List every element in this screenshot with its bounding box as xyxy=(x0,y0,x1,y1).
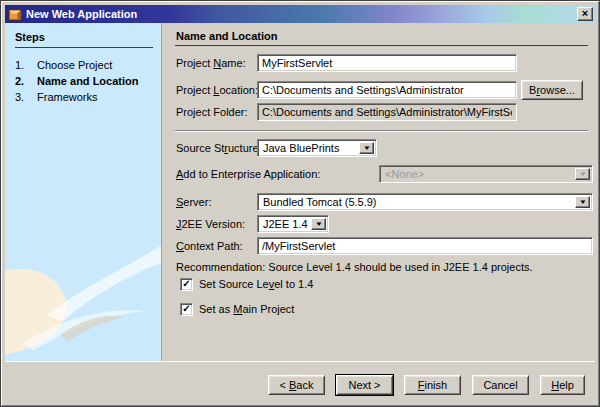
recommendation-text: Recommendation: Source Level 1.4 should … xyxy=(176,261,533,273)
checkbox-set-source-level[interactable]: ✓ Set Source Level to 1.4 xyxy=(180,277,313,291)
next-button[interactable]: Next > xyxy=(336,375,393,395)
panel-heading: Name and Location xyxy=(176,30,277,42)
chevron-down-icon: ▼ xyxy=(575,168,590,180)
source-structure-label: Source Structure: xyxy=(176,139,262,157)
chevron-down-icon[interactable]: ▼ xyxy=(575,196,590,208)
checkbox-box: ✓ xyxy=(180,303,193,316)
heading-rule xyxy=(175,45,588,46)
source-structure-combo[interactable]: Java BluePrints ▼ xyxy=(257,139,377,157)
new-web-application-dialog: New Web Application × Steps 1. Choose Pr… xyxy=(0,0,600,407)
close-icon: × xyxy=(582,8,588,19)
add-to-enterprise-label: Add to Enterprise Application: xyxy=(176,165,320,183)
project-location-label: Project Location: xyxy=(176,81,258,99)
help-button[interactable]: Help xyxy=(540,375,585,395)
close-button[interactable]: × xyxy=(577,7,593,21)
steps-rule xyxy=(15,47,153,48)
browse-button[interactable]: Browse... xyxy=(521,80,583,100)
sidebar-watermark xyxy=(5,211,162,361)
step-choose-project: 1. Choose Project xyxy=(5,57,161,73)
titlebar[interactable]: New Web Application × xyxy=(5,5,595,23)
finish-button[interactable]: Finish xyxy=(404,375,461,395)
project-location-input[interactable] xyxy=(257,81,517,99)
checkbox-set-as-main-project[interactable]: ✓ Set as Main Project xyxy=(180,302,294,316)
project-folder-field xyxy=(257,103,517,121)
j2ee-version-label: J2EE Version: xyxy=(176,215,245,233)
step-frameworks: 3. Frameworks xyxy=(5,89,161,105)
separator xyxy=(175,130,588,132)
checkmark-icon: ✓ xyxy=(182,304,190,314)
chevron-down-icon[interactable]: ▼ xyxy=(359,142,374,154)
steps-sidebar: Steps 1. Choose Project 2. Name and Loca… xyxy=(5,23,162,361)
window-title: New Web Application xyxy=(26,8,577,20)
main-panel: Name and Location Project Name: Project … xyxy=(163,23,597,361)
add-to-enterprise-combo: <None> ▼ xyxy=(379,165,593,183)
cancel-button[interactable]: Cancel xyxy=(472,375,529,395)
server-combo[interactable]: Bundled Tomcat (5.5.9) ▼ xyxy=(257,193,593,211)
back-button[interactable]: < Back xyxy=(268,375,325,395)
step-name-and-location: 2. Name and Location xyxy=(5,73,161,89)
project-name-input[interactable] xyxy=(257,54,517,72)
chevron-down-icon[interactable]: ▼ xyxy=(311,218,326,230)
j2ee-version-combo[interactable]: J2EE 1.4 ▼ xyxy=(257,215,329,233)
checkmark-icon: ✓ xyxy=(182,279,190,289)
button-bar: < Back Next > Finish Cancel Help xyxy=(5,361,595,404)
steps-heading: Steps xyxy=(15,31,45,43)
server-label: Server: xyxy=(176,193,211,211)
context-path-input[interactable] xyxy=(257,237,593,255)
project-folder-label: Project Folder: xyxy=(176,103,248,121)
project-icon xyxy=(8,7,23,22)
checkbox-box: ✓ xyxy=(180,278,193,291)
context-path-label: Context Path: xyxy=(176,237,243,255)
project-name-label: Project Name: xyxy=(176,54,246,72)
